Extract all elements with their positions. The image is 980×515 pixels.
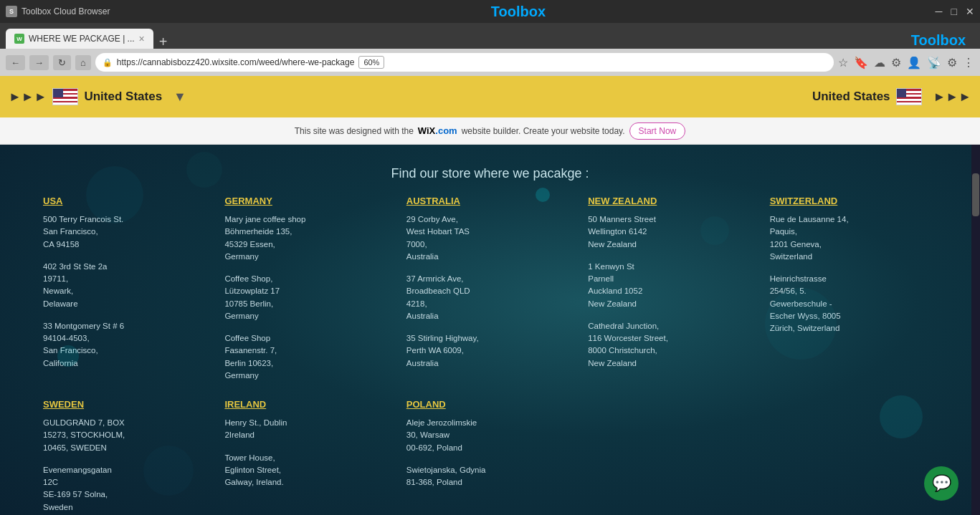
address-ch-2: Heinrichstrasse 254/56, 5. Gewerbeschule… bbox=[770, 273, 937, 334]
bookmark-star-icon[interactable]: ☆ bbox=[838, 56, 848, 69]
main-content: Find our store where we pacakge : USA 50… bbox=[0, 145, 980, 515]
wix-banner-text-after: website builder. Create your website tod… bbox=[462, 126, 625, 136]
address-usa-3: 33 Montgomery St # 6 94104-4503, San Fra… bbox=[43, 320, 210, 370]
column-poland: POLAND Aleje Jerozolimskie 30, Warsaw 00… bbox=[406, 399, 574, 515]
minimize-button[interactable]: ─ bbox=[936, 6, 943, 17]
columns-row1: USA 500 Terry Francois St. San Francisco… bbox=[0, 196, 980, 392]
scrollbar[interactable] bbox=[971, 145, 980, 515]
back-button[interactable]: ← bbox=[6, 55, 25, 70]
column-title-sweden: SWEDEN bbox=[43, 399, 210, 410]
address-ch-1: Rue de Lausanne 14, Paquis, 1201 Geneva,… bbox=[770, 213, 937, 263]
address-usa-2: 402 3rd St Ste 2a 19711, Newark, Delawar… bbox=[43, 261, 210, 310]
address-poland-2: Swietojanska, Gdynia 81-368, Poland bbox=[406, 464, 574, 489]
title-bar: S Toolbox Cloud Browser Toolbox ─ □ ✕ bbox=[0, 0, 980, 23]
profile-icon[interactable]: 👤 bbox=[907, 56, 921, 69]
us-flag-left bbox=[52, 88, 78, 105]
nav-arrows-left[interactable]: ►►► bbox=[9, 90, 47, 105]
column-empty-1 bbox=[588, 399, 755, 515]
column-empty-2 bbox=[770, 399, 937, 515]
browser-logo: S bbox=[6, 6, 17, 17]
address-germany-3: Coffee Shop Fasanenstr. 7, Berlin 10623,… bbox=[224, 332, 391, 382]
address-poland-1: Aleje Jerozolimskie 30, Warsaw 00-692, P… bbox=[406, 417, 574, 454]
wix-banner-text-before: This site was designed with the bbox=[295, 126, 414, 136]
tab-favicon: W bbox=[14, 34, 24, 44]
address-bar-row: ← → ↻ ⌂ 🔒 https://cannabisbozz420.wixsit… bbox=[0, 49, 980, 76]
toolbox-brand: Toolbox bbox=[491, 4, 554, 20]
columns-row2: SWEDEN GULDGRÄND 7, BOX 15273, STOCKHOLM… bbox=[0, 399, 980, 515]
toolbar-icons: ☆ 🔖 ☁ ⚙ 👤 📡 ⚙ ⋮ bbox=[838, 56, 974, 69]
security-lock-icon: 🔒 bbox=[103, 58, 113, 67]
address-australia-1: 29 Corby Ave, West Hobart TAS 7000, Aust… bbox=[406, 213, 574, 263]
address-germany-2: Coffee Shop, Lützowplatz 17 10785 Berlin… bbox=[224, 273, 391, 322]
nav-arrows-right[interactable]: ►►► bbox=[933, 90, 971, 105]
download-icon[interactable]: ☁ bbox=[874, 56, 885, 69]
column-title-switzerland: SWITZERLAND bbox=[770, 196, 937, 206]
address-bar[interactable]: 🔒 https://cannabisbozz420.wixsite.com/we… bbox=[95, 53, 834, 72]
nav-country-right: United States bbox=[812, 90, 890, 104]
tab-title: WHERE WE PACKAGE | ... bbox=[29, 34, 135, 44]
address-nz-2: 1 Kenwyn St Parnell Auckland 1052 New Ze… bbox=[588, 261, 755, 310]
address-nz-3: Cathedral Junction, 116 Worcester Street… bbox=[588, 320, 755, 370]
address-australia-3: 35 Stirling Highway, Perth WA 6009, Aust… bbox=[406, 332, 574, 370]
column-australia: AUSTRALIA 29 Corby Ave, West Hobart TAS … bbox=[406, 196, 574, 392]
wix-banner: This site was designed with the WiX.com … bbox=[0, 117, 980, 145]
column-ireland: IRELAND Henry St., Dublin 2Ireland Tower… bbox=[224, 399, 391, 515]
page-subtitle: Find our store where we pacakge : bbox=[0, 166, 980, 181]
url-display: https://cannabisbozz420.wixsite.com/weed… bbox=[117, 57, 355, 67]
wix-start-button[interactable]: Start Now bbox=[629, 122, 686, 140]
address-sweden-2: Evenemangsgatan 12C SE-169 57 Solna, Swe… bbox=[43, 464, 210, 514]
address-sweden-1: GULDGRÄND 7, BOX 15273, STOCKHOLM, 10465… bbox=[43, 417, 210, 454]
new-tab-button[interactable]: + bbox=[153, 34, 173, 49]
column-title-ireland: IRELAND bbox=[224, 399, 391, 410]
cast-icon[interactable]: 📡 bbox=[927, 56, 941, 69]
browser-title: Toolbox Cloud Browser bbox=[22, 6, 110, 16]
tab-bar: W WHERE WE PACKAGE | ... × + Toolbox bbox=[0, 23, 980, 49]
wix-logo: WiX.com bbox=[418, 125, 457, 136]
column-title-poland: POLAND bbox=[406, 399, 574, 410]
nav-country-left: United States bbox=[84, 90, 162, 104]
toolbox-brand-tab: Toolbox bbox=[911, 32, 974, 49]
column-switzerland: SWITZERLAND Rue de Lausanne 14, Paquis, … bbox=[770, 196, 937, 392]
column-sweden: SWEDEN GULDGRÄND 7, BOX 15273, STOCKHOLM… bbox=[43, 399, 210, 515]
close-button[interactable]: ✕ bbox=[966, 6, 974, 17]
chat-button[interactable]: 💬 bbox=[924, 466, 958, 501]
nav-dropdown-icon[interactable]: ▼ bbox=[173, 90, 186, 105]
column-new-zealand: NEW ZEALAND 50 Manners Street Wellington… bbox=[588, 196, 755, 392]
forward-button[interactable]: → bbox=[29, 55, 49, 70]
column-title-new-zealand: NEW ZEALAND bbox=[588, 196, 755, 206]
column-title-australia: AUSTRALIA bbox=[406, 196, 574, 206]
column-title-germany: GERMANY bbox=[224, 196, 391, 206]
zoom-badge: 60% bbox=[358, 56, 384, 69]
scrollbar-thumb[interactable] bbox=[972, 173, 979, 216]
address-ireland-2: Tower House, Eglinton Street, Galway, Ir… bbox=[224, 452, 391, 489]
tab-close-button[interactable]: × bbox=[139, 33, 145, 44]
home-button[interactable]: ⌂ bbox=[75, 55, 91, 70]
address-germany-1: Mary jane coffee shop Böhmerheide 135, 4… bbox=[224, 213, 391, 263]
active-tab[interactable]: W WHERE WE PACKAGE | ... × bbox=[6, 29, 153, 49]
address-nz-1: 50 Manners Street Wellington 6142 New Ze… bbox=[588, 213, 755, 251]
column-germany: GERMANY Mary jane coffee shop Böhmerheid… bbox=[224, 196, 391, 392]
address-australia-2: 37 Armrick Ave, Broadbeach QLD 4218, Aus… bbox=[406, 273, 574, 322]
menu-icon[interactable]: ⋮ bbox=[963, 56, 974, 69]
bookmarks-icon[interactable]: 🔖 bbox=[854, 56, 868, 69]
address-usa-1: 500 Terry Francois St. San Francisco, CA… bbox=[43, 213, 210, 251]
us-flag-right bbox=[896, 88, 922, 105]
extensions-icon[interactable]: ⚙ bbox=[891, 56, 901, 69]
settings-icon[interactable]: ⚙ bbox=[947, 56, 957, 69]
maximize-button[interactable]: □ bbox=[951, 6, 957, 17]
column-title-usa: USA bbox=[43, 196, 210, 206]
column-usa: USA 500 Terry Francois St. San Francisco… bbox=[43, 196, 210, 392]
window-controls[interactable]: ─ □ ✕ bbox=[936, 6, 974, 17]
site-nav: ►►► United States ▼ United States ►►► bbox=[0, 76, 980, 117]
address-ireland-1: Henry St., Dublin 2Ireland bbox=[224, 417, 391, 442]
refresh-button[interactable]: ↻ bbox=[53, 55, 71, 70]
